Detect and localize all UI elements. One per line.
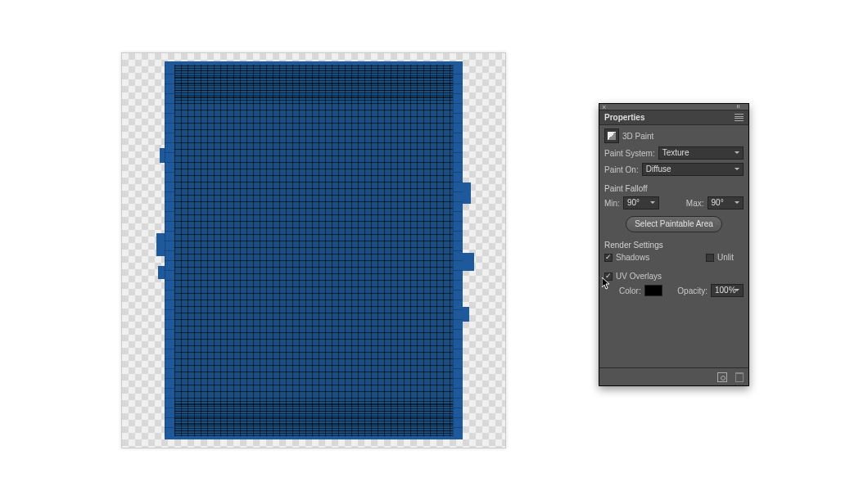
uv-protrusion — [158, 266, 165, 279]
falloff-max-label: Max: — [686, 199, 704, 208]
falloff-min-value: 90° — [627, 198, 640, 207]
uv-island — [165, 61, 463, 439]
panel-menu-icon[interactable] — [735, 114, 744, 121]
panel-body: 3D Paint Paint System: Texture Paint On:… — [599, 125, 748, 367]
trash-icon[interactable] — [735, 372, 744, 382]
uv-dense-top — [174, 65, 453, 101]
paint-on-select[interactable]: Diffuse — [642, 163, 744, 176]
opacity-value: 100% — [715, 286, 736, 295]
falloff-min-select[interactable]: 90° — [623, 196, 659, 209]
uv-protrusion — [463, 253, 474, 271]
paint-system-label: Paint System: — [604, 149, 655, 158]
brush-icon — [608, 132, 616, 140]
select-paintable-label: Select Paintable Area — [635, 219, 713, 228]
panel-footer — [599, 367, 748, 385]
panel-title-label: Properties — [604, 113, 644, 122]
opacity-label: Opacity: — [677, 286, 708, 295]
uv-protrusion — [463, 182, 471, 204]
falloff-max-value: 90° — [712, 198, 724, 207]
collapse-icon[interactable] — [737, 105, 745, 108]
shadows-label: Shadows — [616, 253, 649, 262]
paint-falloff-section: Paint Falloff — [604, 184, 744, 193]
paint-on-label: Paint On: — [604, 165, 639, 174]
mode-label: 3D Paint — [622, 132, 653, 141]
overlay-color-label: Color: — [619, 286, 641, 295]
paint-system-value: Texture — [662, 148, 689, 157]
overlay-color-swatch[interactable] — [644, 285, 662, 296]
uv-wireframe — [174, 65, 453, 436]
uv-dense-bottom — [174, 400, 453, 436]
falloff-max-select[interactable]: 90° — [708, 196, 744, 209]
uv-protrusion — [160, 148, 165, 163]
render-settings-section: Render Settings — [604, 241, 744, 250]
opacity-select[interactable]: 100% — [711, 284, 744, 297]
uv-side-grid-left — [165, 65, 174, 436]
properties-panel: × Properties 3D Paint Paint System: Text… — [599, 103, 749, 386]
unlit-label: Unlit — [717, 253, 734, 262]
falloff-min-label: Min: — [604, 199, 620, 208]
uv-canvas[interactable] — [121, 52, 506, 448]
render-snapshot-icon[interactable] — [717, 372, 727, 382]
shadows-checkbox[interactable] — [604, 254, 613, 262]
paint-system-select[interactable]: Texture — [658, 146, 744, 160]
uv-protrusion — [463, 307, 469, 322]
panel-dragbar[interactable]: × — [599, 104, 748, 110]
uv-overlays-label: UV Overlays — [616, 272, 662, 281]
uv-overlays-checkbox[interactable] — [604, 273, 613, 281]
uv-protrusion — [156, 233, 165, 256]
panel-title-bar[interactable]: Properties — [599, 110, 748, 125]
select-paintable-area-button[interactable]: Select Paintable Area — [626, 216, 722, 232]
unlit-checkbox[interactable] — [706, 254, 714, 262]
uv-side-grid-right — [453, 65, 463, 436]
paint-mode-icon[interactable] — [604, 128, 619, 143]
paint-on-value: Diffuse — [646, 164, 671, 173]
close-icon[interactable]: × — [602, 104, 608, 110]
